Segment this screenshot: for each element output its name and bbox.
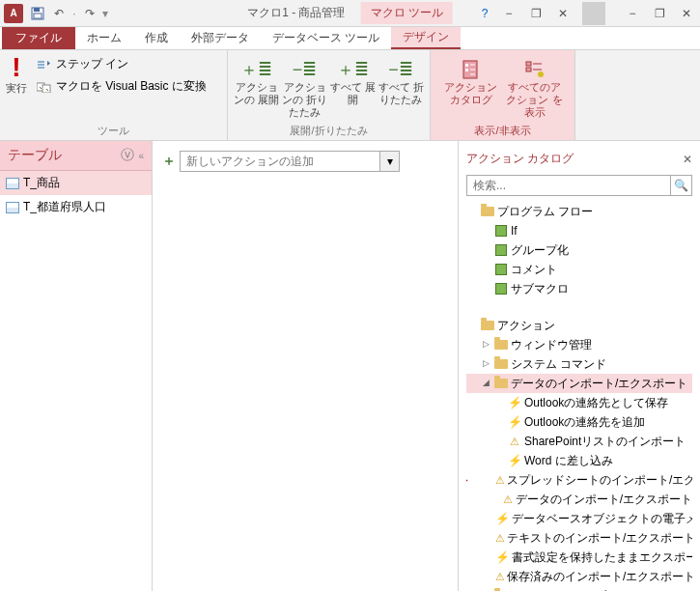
tree-icon [480, 321, 495, 330]
step-in-icon [37, 58, 52, 71]
run-button[interactable]: ! 実行 [6, 54, 27, 97]
tree-node[interactable]: ⚡データベースオブジェクトの電子メール送 [466, 509, 692, 528]
window-restore-icon[interactable]: ❐ [646, 3, 673, 24]
title-bar: A ↶ · ↷ ▾ マクロ1 - 商品管理 マクロ ツール ? − ❐ ✕ − … [0, 0, 700, 27]
tab-create[interactable]: 作成 [133, 26, 180, 49]
nav-header[interactable]: テーブル ⓥ « [0, 141, 152, 171]
search-icon[interactable]: 🔍 [670, 176, 691, 195]
action-catalog-label: アクション カタログ [440, 81, 502, 106]
twisty-icon[interactable]: ▷ [480, 357, 491, 371]
vb-icon [37, 80, 52, 94]
tree-node[interactable]: ⚠テキストのインポート/エクスポート [466, 528, 692, 548]
tree-node[interactable]: プログラム フロー [466, 202, 692, 221]
collapse-actions-label: アクションの 折りたたみ [282, 81, 328, 120]
tree-icon: ⚡ [507, 394, 522, 411]
nav-filter-icon[interactable]: ⓥ [121, 147, 134, 164]
action-catalog-pane: アクション カタログ ✕ 🔍 プログラム フローIfグループ化コメントサブマクロ… [459, 141, 700, 591]
twisty-icon[interactable]: ▷ [480, 338, 491, 352]
tree-node[interactable]: If [466, 221, 692, 240]
redo-icon[interactable]: ↷ [79, 3, 100, 24]
tree-node[interactable]: ◢データのインポート/エクスポート [466, 374, 692, 393]
tree-node[interactable]: ⚠保存済みのインポート/エクスポート操作 [466, 567, 692, 586]
tree-node[interactable]: ⚠データのインポート/エクスポート [466, 490, 692, 509]
tree-node[interactable]: ⚡Outlookの連絡先として保存 [466, 393, 692, 412]
tree-icon: ⚠ [495, 530, 505, 547]
nav-item-t-todofuken[interactable]: T_都道府県人口 [0, 195, 152, 219]
tree-label: ウィンドウ管理 [511, 336, 592, 353]
convert-vb-button[interactable]: マクロを Visual Basic に変換 [35, 78, 207, 95]
tree-node[interactable]: ⚡Word に差し込み [466, 451, 692, 470]
table-icon [6, 178, 19, 189]
tree-label: データベース オブジェクト [511, 587, 653, 591]
qat-separator: · [70, 3, 79, 24]
nav-header-label: テーブル [8, 147, 62, 164]
tree-node[interactable]: ⚡Outlookの連絡先を追加 [466, 412, 692, 432]
tree-icon [493, 359, 509, 369]
tree-node[interactable]: ▷データベース オブジェクト [466, 586, 692, 591]
add-action-combo[interactable]: ▾ [180, 151, 400, 172]
tree-label: Word に差し込み [524, 452, 613, 469]
step-in-label: ステップ イン [56, 56, 128, 72]
tab-file[interactable]: ファイル [2, 26, 75, 49]
tree-icon: ⚡ [495, 510, 510, 527]
run-label: 実行 [6, 81, 27, 96]
ribbon-restore-icon[interactable]: ❐ [522, 3, 549, 24]
svg-point-10 [538, 71, 544, 77]
tree-icon: ⚠ [495, 569, 505, 585]
tree-label: コメント [511, 261, 557, 278]
ribbon-minimize-icon[interactable]: − [495, 3, 522, 24]
table-icon [6, 202, 19, 213]
avatar[interactable] [582, 2, 605, 25]
save-icon[interactable] [27, 3, 48, 24]
undo-icon[interactable]: ↶ [48, 3, 70, 24]
catalog-search-input[interactable] [467, 176, 670, 195]
tree-node[interactable]: ⚡書式設定を保持したままエクスポート [466, 548, 692, 567]
tree-label: システム コマンド [511, 355, 606, 373]
twisty-icon[interactable]: ◢ [480, 377, 491, 390]
add-action-input[interactable] [181, 152, 379, 171]
window-minimize-icon[interactable]: − [619, 3, 646, 24]
step-in-button[interactable]: ステップ イン [35, 56, 207, 72]
ribbon-close-icon[interactable]: ✕ [549, 3, 576, 24]
collapse-all-icon: −≣ [388, 58, 413, 81]
tree-icon: ⚡ [507, 413, 522, 431]
tree-node[interactable]: →⚠スプレッドシートのインポート/エクスポート [466, 470, 692, 490]
context-tab-group-label: マクロ ツール [361, 2, 453, 24]
tree-node[interactable]: ⚠SharePointリストのインポート [466, 432, 692, 451]
document-title: マクロ1 - 商品管理 [247, 5, 345, 21]
expand-all-label: すべて 展開 [330, 81, 377, 106]
catalog-close-icon[interactable]: ✕ [683, 153, 692, 166]
tree-label: Outlookの連絡先として保存 [524, 394, 668, 411]
tree-icon [493, 225, 509, 237]
tab-external-data[interactable]: 外部データ [180, 26, 261, 49]
catalog-search[interactable]: 🔍 [466, 175, 692, 196]
tree-node[interactable]: グループ化 [466, 240, 692, 260]
tree-label: データのインポート/エクスポート [511, 375, 687, 392]
tab-design[interactable]: デザイン [391, 26, 461, 49]
collapse-all-label: すべて 折りたたみ [378, 81, 424, 106]
tree-node[interactable]: ▷システム コマンド [466, 354, 692, 374]
run-icon: ! [8, 54, 24, 81]
tab-database-tools[interactable]: データベース ツール [261, 26, 391, 49]
window-close-icon[interactable]: ✕ [673, 3, 700, 24]
nav-item-t-shohin[interactable]: T_商品 [0, 171, 152, 195]
help-icon[interactable]: ? [474, 7, 495, 20]
title-center: マクロ1 - 商品管理 マクロ ツール [247, 2, 453, 24]
qat-dropdown-icon[interactable]: ▾ [100, 3, 110, 24]
ribbon: ! 実行 ステップ イン マクロを Visual Basic に変換 ツール ＋… [0, 50, 700, 141]
tree-icon: ⚡ [507, 452, 522, 469]
tab-home[interactable]: ホーム [75, 26, 133, 49]
tree-node[interactable]: アクション [466, 316, 692, 335]
tree-icon [493, 340, 509, 350]
tree-node[interactable]: サブマクロ [466, 279, 692, 298]
svg-rect-7 [465, 69, 468, 71]
nav-collapse-icon[interactable]: « [138, 151, 144, 161]
tree-icon: ⚡ [495, 549, 510, 566]
convert-vb-label: マクロを Visual Basic に変換 [56, 78, 207, 95]
tree-node[interactable]: コメント [466, 260, 692, 279]
tree-icon: ⚠ [495, 472, 505, 489]
combo-dropdown-icon[interactable]: ▾ [379, 152, 399, 171]
tree-icon [493, 283, 509, 295]
nav-item-label: T_都道府県人口 [23, 199, 106, 215]
tree-node[interactable]: ▷ウィンドウ管理 [466, 335, 692, 354]
